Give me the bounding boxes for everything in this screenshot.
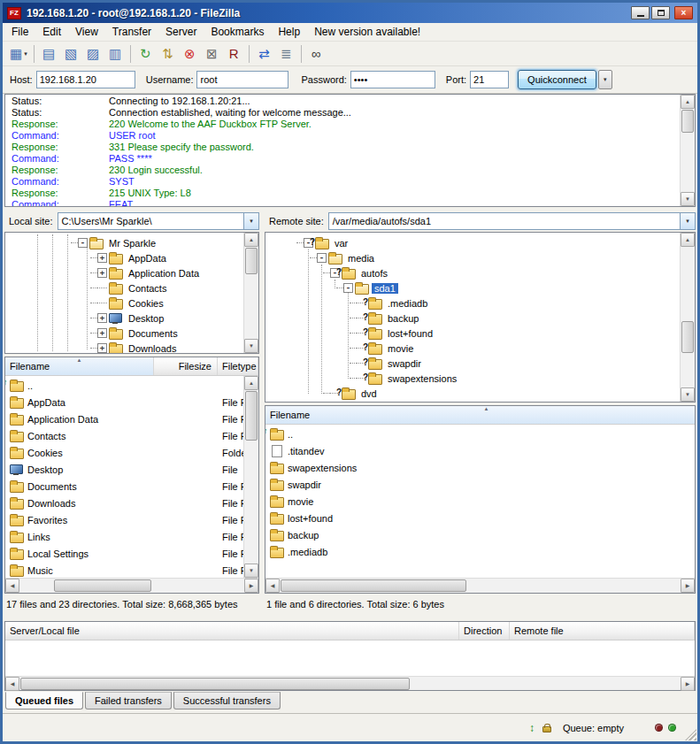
column-header-filename[interactable]: Filename▲ [5, 357, 154, 375]
menu-item-transfer[interactable]: Transfer [105, 23, 158, 41]
column-header-direction[interactable]: Direction [459, 622, 510, 640]
scrollbar-thumb[interactable] [681, 321, 694, 353]
tree-item[interactable]: Cookies [5, 295, 243, 311]
vertical-scrollbar[interactable]: ▲▼ [243, 376, 258, 578]
local-site-combo[interactable]: C:\Users\Mr Sparkle\ ▾ [58, 212, 259, 230]
file-row[interactable]: lost+found [265, 510, 695, 526]
password-input[interactable] [350, 71, 435, 88]
vertical-scrollbar[interactable]: ▲▼ [243, 233, 258, 353]
scrollbar-thumb[interactable] [54, 579, 151, 592]
file-row[interactable]: backup [265, 526, 695, 543]
tree-item[interactable]: -sda1 [265, 280, 680, 295]
expand-icon[interactable]: + [97, 328, 107, 338]
tree-item[interactable]: ?lost+found [265, 326, 680, 341]
scroll-up-button[interactable]: ▲ [244, 233, 258, 247]
remote-site-combo[interactable]: /var/media/autofs/sda1 ▾ [328, 212, 696, 230]
chevron-down-icon[interactable]: ▾ [680, 213, 695, 229]
expand-icon[interactable]: + [97, 253, 107, 263]
tree-item[interactable]: -Mr Sparkle [5, 235, 243, 250]
queue-body[interactable] [5, 640, 695, 676]
tree-item[interactable]: +AppData [5, 250, 243, 265]
tree-item[interactable]: ?movie [265, 341, 680, 356]
tree-item[interactable]: -?var [265, 235, 680, 250]
title-bar[interactable]: FZ 192.168.1.20 - root@192.168.1.20 - Fi… [3, 3, 697, 23]
directory-comparison-button[interactable]: ≣ [275, 43, 297, 64]
toggle-message-log-button[interactable]: ▤ [38, 43, 60, 64]
file-row[interactable]: AppDataFile Folder [5, 394, 243, 410]
column-header-filename[interactable]: Filename▲ [265, 406, 695, 424]
toggle-local-tree-button[interactable]: ▧ [60, 43, 82, 64]
file-row[interactable]: .mediadb [265, 543, 695, 560]
horizontal-scrollbar[interactable]: ◀▶ [5, 676, 695, 690]
menu-item-bookmarks[interactable]: Bookmarks [204, 23, 271, 41]
tree-item[interactable]: ?dvd [265, 386, 680, 401]
file-row[interactable]: swapextensions [265, 459, 695, 476]
file-row[interactable]: ↑.. [5, 377, 243, 394]
scroll-up-button[interactable]: ▲ [681, 233, 695, 247]
tree-item[interactable]: +Application Data [5, 265, 243, 280]
vertical-scrollbar[interactable]: ▲▼ [680, 233, 695, 402]
minimize-button[interactable] [631, 6, 650, 19]
tree-item[interactable]: -?autofs [265, 265, 680, 280]
cancel-button[interactable]: ⊗ [179, 43, 201, 64]
scroll-right-button[interactable]: ▶ [681, 677, 695, 691]
scrollbar-thumb[interactable] [245, 391, 258, 441]
column-header-filesize[interactable]: Filesize [154, 357, 218, 375]
scroll-down-button[interactable]: ▼ [244, 339, 258, 353]
column-header-remote-file[interactable]: Remote file [510, 622, 695, 640]
close-button[interactable]: × [674, 6, 693, 19]
menu-item-help[interactable]: Help [271, 23, 307, 41]
file-row[interactable]: MusicFile Folder [5, 562, 243, 578]
chevron-down-icon[interactable]: ▾ [243, 213, 258, 229]
find-files-button[interactable]: ∞ [305, 43, 327, 64]
quickconnect-button[interactable]: Quickconnect [518, 70, 596, 89]
port-input[interactable] [470, 71, 509, 88]
tree-item[interactable]: +Desktop [5, 311, 243, 326]
scroll-down-button[interactable]: ▼ [681, 387, 695, 402]
resize-grip[interactable] [685, 729, 696, 740]
column-header-filetype[interactable]: Filetype [218, 357, 258, 375]
disconnect-button[interactable]: ⊠ [201, 43, 223, 64]
menu-item-view[interactable]: View [68, 23, 105, 41]
tree-item[interactable]: ?swapdir [265, 356, 680, 371]
expand-icon[interactable]: + [97, 313, 107, 323]
site-manager-button[interactable]: ▦▾ [7, 43, 30, 64]
tree-item[interactable]: +Downloads [5, 341, 243, 353]
tab-queued-files[interactable]: Queued files [5, 692, 83, 709]
horizontal-scrollbar[interactable]: ◀▶ [265, 578, 695, 593]
quickconnect-dropdown-button[interactable]: ▾ [598, 70, 612, 89]
file-row[interactable]: swapdir [265, 476, 695, 493]
horizontal-scrollbar[interactable]: ◀▶ [5, 578, 258, 593]
username-input[interactable] [196, 71, 288, 88]
file-row[interactable]: Application DataFile Folder [5, 410, 243, 427]
scrollbar-thumb[interactable] [281, 579, 466, 592]
collapse-icon[interactable]: - [343, 283, 353, 293]
tree-item[interactable]: ?backup [265, 311, 680, 326]
tab-successful-transfers[interactable]: Successful transfers [173, 692, 281, 709]
menu-item-new-version-available[interactable]: New version available! [307, 23, 427, 41]
tree-item[interactable]: +Documents [5, 326, 243, 341]
toggle-remote-tree-button[interactable]: ▨ [82, 43, 104, 64]
toggle-queue-button[interactable]: ▥ [104, 43, 127, 64]
encryption-status-icon[interactable] [542, 726, 551, 732]
column-header-server-local-file[interactable]: Server/Local file [5, 622, 459, 640]
expand-icon[interactable]: + [97, 268, 107, 278]
file-row[interactable]: DesktopFile [5, 461, 243, 478]
synchronized-browsing-button[interactable]: ⇄ [253, 43, 275, 64]
file-row[interactable]: DocumentsFile Folder [5, 478, 243, 495]
file-row[interactable]: LinksFile Folder [5, 528, 243, 545]
tree-item[interactable]: -media [265, 250, 680, 265]
file-row[interactable]: CookiesFolder [5, 444, 243, 461]
scroll-left-button[interactable]: ◀ [5, 579, 19, 593]
scroll-right-button[interactable]: ▶ [244, 579, 258, 593]
maximize-button[interactable] [651, 6, 670, 19]
menu-item-file[interactable]: File [4, 23, 35, 41]
collapse-icon[interactable]: - [78, 238, 88, 248]
reconnect-button[interactable]: R [223, 43, 245, 64]
refresh-button[interactable]: ↻ [135, 43, 157, 64]
scrollbar-thumb[interactable] [245, 248, 258, 274]
host-input[interactable] [36, 71, 135, 88]
process-queue-button[interactable]: ⇅ [157, 43, 179, 64]
file-row[interactable]: ContactsFile Folder [5, 427, 243, 444]
scrollbar-thumb[interactable] [681, 110, 694, 133]
